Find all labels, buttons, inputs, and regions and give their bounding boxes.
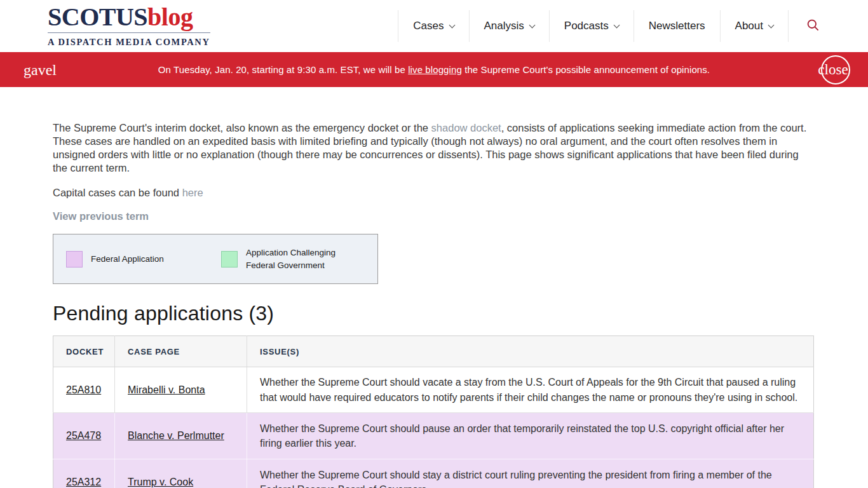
legend-label: Application Challenging Federal Governme… bbox=[246, 247, 366, 271]
logo-wordmark: SCOTUSblog bbox=[48, 4, 210, 30]
chevron-down-icon bbox=[449, 22, 455, 28]
view-previous-term-link[interactable]: View previous term bbox=[53, 210, 149, 223]
announcement-banner: gavel On Tuesday, Jan. 20, starting at 9… bbox=[0, 52, 868, 87]
scotusblog-logo[interactable]: SCOTUSblog A DISPATCH MEDIA COMPANY bbox=[48, 4, 210, 48]
case-page-link[interactable]: Trump v. Cook bbox=[128, 477, 193, 487]
pending-applications-heading: Pending applications (3) bbox=[53, 301, 814, 325]
announcement-text-before: On Tuesday, Jan. 20, starting at 9:30 a.… bbox=[158, 64, 408, 75]
legend-label: Federal Application bbox=[91, 253, 164, 266]
site-header: SCOTUSblog A DISPATCH MEDIA COMPANY Case… bbox=[0, 0, 868, 52]
chevron-down-icon bbox=[768, 22, 775, 28]
table-row: 25A810 Mirabelli v. Bonta Whether the Su… bbox=[53, 367, 814, 413]
issue-text: Whether the Supreme Court should stay a … bbox=[247, 459, 814, 488]
live-blogging-link[interactable]: live blogging bbox=[408, 64, 462, 75]
gavel-icon: gavel bbox=[24, 61, 57, 78]
case-page-link[interactable]: Mirabelli v. Bonta bbox=[128, 384, 205, 395]
federal-application-swatch bbox=[66, 251, 83, 268]
column-header-issues: ISSUE(S) bbox=[247, 336, 814, 367]
chevron-down-icon bbox=[613, 22, 620, 28]
banner-close-button[interactable]: close bbox=[818, 54, 850, 86]
table-header-row: DOCKET CASE PAGE ISSUE(S) bbox=[53, 336, 814, 367]
announcement-message: On Tuesday, Jan. 20, starting at 9:30 a.… bbox=[158, 64, 710, 75]
docket-link[interactable]: 25A810 bbox=[66, 384, 101, 395]
table-row: 25A312 Trump v. Cook Whether the Supreme… bbox=[53, 459, 814, 488]
shadow-docket-link[interactable]: shadow docket bbox=[431, 122, 501, 133]
case-page-link[interactable]: Blanche v. Perlmutter bbox=[128, 430, 224, 441]
logo-divider bbox=[48, 32, 210, 33]
close-label: close bbox=[816, 62, 850, 78]
chevron-down-icon bbox=[529, 22, 535, 28]
nav-item-label: Podcasts bbox=[564, 20, 609, 32]
column-header-case-page: CASE PAGE bbox=[115, 336, 247, 367]
challenging-federal-swatch bbox=[221, 251, 238, 268]
column-header-docket: DOCKET bbox=[53, 336, 115, 367]
docket-link[interactable]: 25A478 bbox=[66, 430, 101, 441]
legend-item-federal-application: Federal Application bbox=[66, 251, 221, 268]
table-row: 25A478 Blanche v. Perlmutter Whether the… bbox=[53, 413, 814, 459]
main-content: The Supreme Court's interim docket, also… bbox=[0, 87, 868, 488]
logo-scotus-text: SCOTUS bbox=[48, 3, 147, 31]
nav-item-label: Cases bbox=[413, 20, 444, 32]
capital-cases-here-link[interactable]: here bbox=[182, 187, 203, 198]
issue-text: Whether the Supreme Court should vacate … bbox=[247, 367, 814, 413]
legend-item-challenging-federal: Application Challenging Federal Governme… bbox=[221, 247, 366, 271]
main-nav: Cases Analysis Podcasts Newsletters Abou… bbox=[398, 0, 820, 52]
capital-cases-line: Capital cases can be found here bbox=[53, 186, 814, 200]
nav-item-analysis[interactable]: Analysis bbox=[469, 10, 549, 42]
row-color-legend: Federal Application Application Challeng… bbox=[53, 234, 378, 284]
intro-paragraph: The Supreme Court's interim docket, also… bbox=[53, 121, 810, 175]
nav-item-label: Newsletters bbox=[649, 20, 705, 32]
nav-item-cases[interactable]: Cases bbox=[398, 10, 468, 42]
docket-link[interactable]: 25A312 bbox=[66, 477, 101, 487]
issue-text: Whether the Supreme Court should pause a… bbox=[247, 413, 814, 459]
nav-item-about[interactable]: About bbox=[720, 10, 789, 42]
nav-item-podcasts[interactable]: Podcasts bbox=[549, 10, 634, 42]
nav-item-label: Analysis bbox=[484, 20, 524, 32]
nav-item-label: About bbox=[735, 20, 763, 32]
search-icon bbox=[806, 18, 820, 34]
pending-applications-table: DOCKET CASE PAGE ISSUE(S) 25A810 Mirabel… bbox=[53, 336, 814, 488]
logo-blog-text: blog bbox=[147, 3, 193, 31]
logo-tagline: A DISPATCH MEDIA COMPANY bbox=[48, 37, 210, 48]
capital-cases-text: Capital cases can be found bbox=[53, 187, 182, 198]
search-button[interactable] bbox=[789, 18, 820, 34]
announcement-text-after: the Supreme Court's possible announcemen… bbox=[462, 64, 710, 75]
nav-item-newsletters[interactable]: Newsletters bbox=[634, 10, 720, 42]
intro-text-before: The Supreme Court's interim docket, also… bbox=[53, 122, 431, 133]
